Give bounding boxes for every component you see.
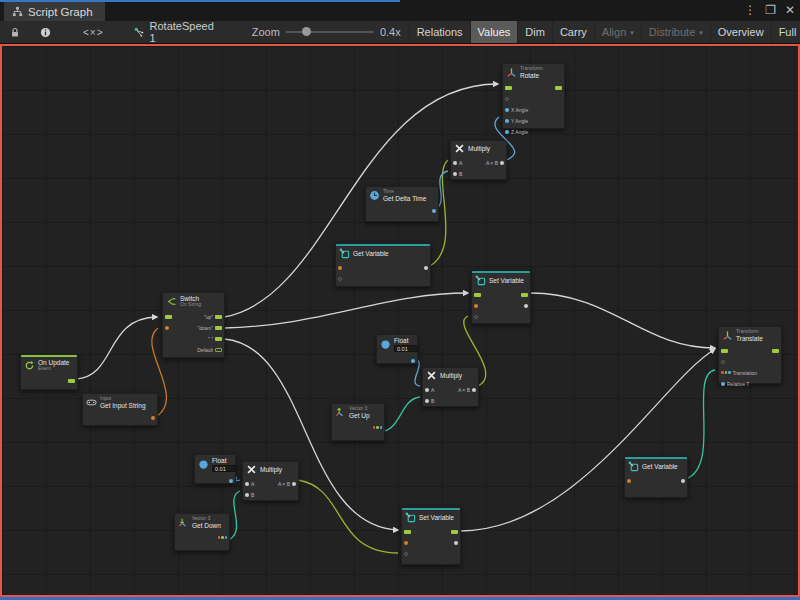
flow-out-port[interactable]: [215, 337, 222, 341]
wire-set-variable-top-to-translate[interactable]: [530, 293, 715, 348]
vector3-port[interactable]: [721, 371, 731, 374]
align-dropdown[interactable]: Align ▾: [594, 21, 641, 43]
lock-button[interactable]: [0, 21, 30, 43]
light-port[interactable]: [524, 304, 528, 308]
tab-title: Script Graph: [28, 6, 93, 18]
orange-port[interactable]: [338, 266, 342, 270]
get-up-node[interactable]: Vector 3Get Up: [331, 403, 385, 441]
translate-node[interactable]: TransformTranslateTranslationRelative T: [718, 326, 782, 384]
tab-script-graph[interactable]: Script Graph: [4, 2, 105, 21]
wire-set-variable-bottom-to-translate[interactable]: [460, 349, 715, 531]
get-variable-right-node[interactable]: Get Variable: [624, 456, 688, 498]
rotate-node[interactable]: TransformRotateX AngleY AngleZ Angle: [502, 63, 565, 129]
info-button[interactable]: [30, 21, 61, 43]
light-port[interactable]: [425, 388, 429, 392]
get-variable-main-node[interactable]: Get Variable: [335, 243, 431, 287]
blue-port[interactable]: [505, 108, 509, 112]
full-screen-button[interactable]: Full Screen: [771, 21, 800, 43]
flow-out-port[interactable]: [451, 530, 458, 534]
light-port[interactable]: [472, 388, 476, 392]
wire-on-update-to-switch-on-string[interactable]: [76, 317, 157, 379]
orange-port[interactable]: [627, 479, 631, 483]
get-down-node[interactable]: Vector 3Get Down: [174, 513, 230, 551]
blue-port[interactable]: [721, 382, 725, 386]
carry-button[interactable]: Carry: [552, 21, 594, 43]
dim-port[interactable]: [721, 360, 725, 364]
vector3-port[interactable]: [373, 426, 383, 429]
light-port[interactable]: [453, 161, 457, 165]
flow-out-port[interactable]: [215, 326, 222, 330]
set-variable-bottom-node[interactable]: Set Variable: [401, 507, 461, 565]
dim-port[interactable]: [338, 277, 342, 281]
vector3-port[interactable]: [218, 536, 228, 539]
flow-out-port[interactable]: [215, 315, 222, 319]
distribute-dropdown[interactable]: Distribute ▾: [641, 21, 710, 43]
light-port[interactable]: [425, 399, 429, 403]
multiply-top-node[interactable]: MultiplyAA × BB: [450, 140, 507, 180]
orange-port[interactable]: [404, 541, 408, 545]
wire-get-up-to-multiply-mid[interactable]: [380, 397, 420, 432]
switch-on-string-node[interactable]: SwitchOn String"up""down"" "Default: [162, 292, 225, 358]
blue-port[interactable]: [505, 130, 509, 134]
dim-port[interactable]: [505, 97, 509, 101]
overview-button[interactable]: Overview: [710, 21, 771, 43]
float-bottom-node[interactable]: Float0.01: [194, 454, 236, 484]
wire-get-variable-right-to-translate[interactable]: [686, 370, 715, 479]
graph-breadcrumb[interactable]: RotateSpeed 1: [126, 21, 222, 43]
blue-port[interactable]: [432, 209, 436, 213]
kebab-menu-icon[interactable]: ⋮: [744, 3, 756, 17]
maximize-icon[interactable]: ❐: [765, 3, 776, 17]
blue-port[interactable]: [411, 359, 415, 363]
flow-out-port[interactable]: [521, 293, 528, 297]
dim-port[interactable]: [404, 552, 408, 556]
flow-out-port[interactable]: [555, 86, 562, 90]
port-label: B: [459, 171, 462, 177]
relations-button[interactable]: Relations: [409, 21, 470, 43]
graph-canvas[interactable]: On UpdateEventInputGet Input StringSwitc…: [0, 44, 800, 597]
values-button[interactable]: Values: [470, 21, 518, 43]
edit-script-button[interactable]: <×>: [61, 21, 126, 43]
light-port[interactable]: [500, 161, 504, 165]
float-top-node[interactable]: Float0.01: [376, 334, 418, 364]
light-port[interactable]: [292, 482, 296, 486]
get-input-string-node[interactable]: InputGet Input String: [82, 393, 158, 426]
flow-in-port[interactable]: [404, 530, 411, 534]
flow-in-port[interactable]: [505, 86, 512, 90]
flow-in-port[interactable]: [474, 293, 481, 297]
flow-out-port[interactable]: [215, 348, 222, 352]
value-input[interactable]: 0.01: [394, 345, 418, 352]
port-row: [377, 355, 417, 366]
light-port[interactable]: [453, 172, 457, 176]
flow-out-port[interactable]: [68, 379, 75, 383]
dim-port[interactable]: [474, 315, 478, 319]
orange-port[interactable]: [151, 416, 155, 420]
port-label: "up": [204, 314, 213, 320]
orange-port[interactable]: [165, 326, 169, 330]
light-port[interactable]: [245, 482, 249, 486]
flow-in-port[interactable]: [721, 349, 728, 353]
light-port[interactable]: [454, 541, 458, 545]
on-update-node[interactable]: On UpdateEvent: [20, 354, 78, 390]
port-label: A × B: [458, 387, 470, 393]
blue-port[interactable]: [505, 119, 509, 123]
multiply-mid-node[interactable]: MultiplyAA × BB: [422, 367, 479, 407]
wire-multiply-bottom-to-set-variable-bottom[interactable]: [298, 480, 398, 553]
blue-port[interactable]: [229, 479, 233, 483]
zoom-slider-handle[interactable]: [302, 27, 311, 36]
light-port[interactable]: [424, 266, 428, 270]
multiply-bottom-node[interactable]: MultiplyAA × BB: [242, 461, 299, 501]
flow-out-port[interactable]: [772, 349, 779, 353]
flow-in-port[interactable]: [165, 315, 172, 319]
light-port[interactable]: [245, 493, 249, 497]
zoom-slider[interactable]: [286, 31, 374, 33]
value-input[interactable]: 0.01: [212, 465, 236, 472]
wire-switch-on-string-to-set-variable-top[interactable]: [224, 293, 468, 328]
light-port[interactable]: [681, 479, 685, 483]
close-icon[interactable]: ✕: [785, 3, 795, 17]
port-label: X Angle: [511, 107, 528, 113]
orange-port[interactable]: [474, 304, 478, 308]
variable-icon: [628, 461, 639, 472]
set-variable-top-node[interactable]: Set Variable: [471, 270, 531, 324]
get-delta-time-node[interactable]: TimeGet Delta Time: [365, 186, 439, 222]
dim-button[interactable]: Dim: [517, 21, 552, 43]
